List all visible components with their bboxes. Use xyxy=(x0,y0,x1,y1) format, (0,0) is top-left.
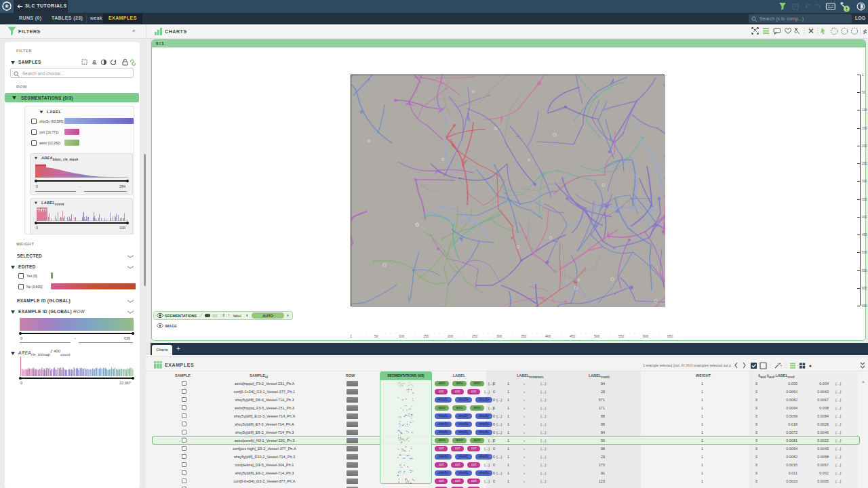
svg-text:&: & xyxy=(92,59,97,66)
